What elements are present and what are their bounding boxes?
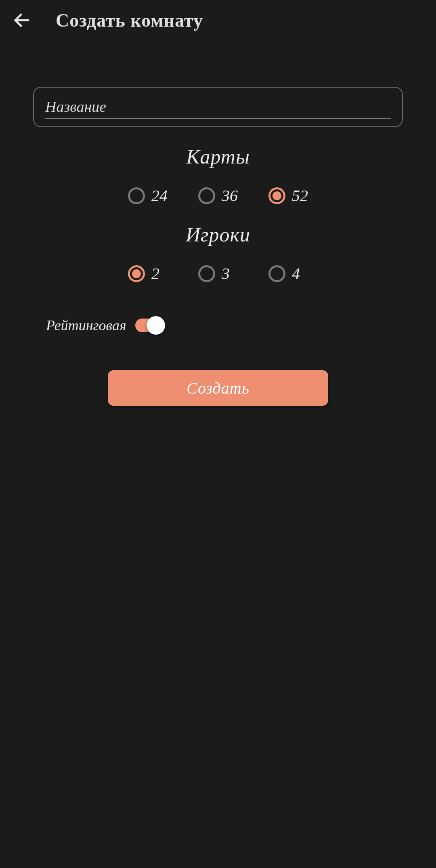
radio-icon [268, 265, 285, 282]
players-section-title: Игроки [33, 223, 403, 246]
cards-option-label: 52 [292, 186, 308, 205]
rating-toggle-row: Рейтинговая [33, 317, 403, 334]
radio-icon [128, 265, 145, 282]
create-button[interactable]: Создать [108, 370, 328, 406]
cards-radio-group: 24 36 52 [33, 186, 403, 205]
cards-option-label: 36 [222, 186, 238, 205]
room-name-field[interactable] [33, 87, 403, 127]
radio-icon [268, 187, 285, 204]
rating-toggle-label: Рейтинговая [46, 317, 126, 334]
room-name-input[interactable] [45, 97, 391, 119]
switch-knob-icon [147, 316, 165, 335]
cards-option-52[interactable]: 52 [268, 186, 308, 205]
content: Карты 24 36 52 Игроки 2 3 4 Рейтинговая [0, 40, 436, 406]
players-option-4[interactable]: 4 [268, 264, 308, 283]
players-option-label: 2 [151, 264, 168, 283]
cards-option-label: 24 [151, 186, 168, 205]
radio-icon [198, 187, 215, 204]
cards-section-title: Карты [33, 145, 403, 168]
players-option-label: 4 [292, 264, 308, 283]
players-radio-group: 2 3 4 [33, 264, 403, 283]
page-title: Создать комнату [56, 10, 203, 31]
cards-option-24[interactable]: 24 [128, 186, 168, 205]
back-icon[interactable] [12, 10, 31, 30]
cards-option-36[interactable]: 36 [198, 186, 238, 205]
rating-toggle[interactable] [135, 319, 164, 332]
players-option-2[interactable]: 2 [128, 264, 168, 283]
header: Создать комнату [0, 0, 436, 40]
players-option-3[interactable]: 3 [198, 264, 238, 283]
players-option-label: 3 [222, 264, 238, 283]
radio-icon [128, 187, 145, 204]
radio-icon [198, 265, 215, 282]
